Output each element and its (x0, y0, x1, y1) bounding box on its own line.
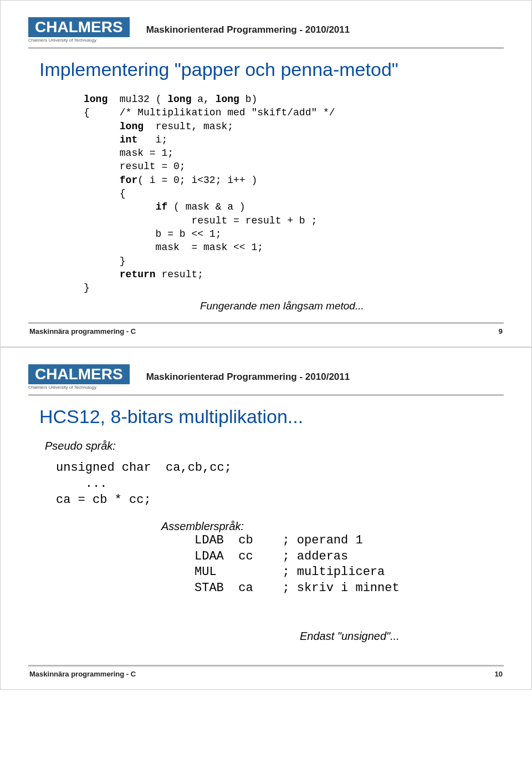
code-text: ( mask & a ) (167, 201, 245, 212)
code-line: ... (56, 477, 107, 491)
kw-int: int (120, 134, 137, 145)
course-title: Maskinorienterad Programmering - 2010/20… (146, 372, 350, 383)
page-number: 9 (499, 327, 503, 335)
code-text (84, 201, 156, 212)
asm-label: Assemblerspråk: (161, 520, 504, 533)
code-line: mask = 1; (84, 147, 173, 159)
code-line: MUL ; multiplicera (195, 565, 385, 579)
slide-1-inner: CHALMERS Chalmers University of Technolo… (1, 1, 531, 347)
code-line: { (84, 188, 126, 199)
code-line: ca = cb * cc; (56, 493, 151, 507)
code-line: LDAA cc ; adderas (195, 550, 348, 563)
kw-long: long (167, 94, 191, 105)
code-line: result = result + b ; (84, 215, 317, 226)
header-row: CHALMERS Chalmers University of Technolo… (28, 17, 504, 43)
header-row: CHALMERS Chalmers University of Technolo… (28, 364, 504, 390)
code-block: long mul32 ( long a, long b) { /* Multip… (84, 93, 504, 294)
code-text (84, 134, 120, 145)
page-number: 10 (495, 670, 503, 678)
footer-divider (28, 322, 504, 324)
course-title: Maskinorienterad Programmering - 2010/20… (146, 24, 350, 35)
code-line: mask = mask << 1; (84, 242, 263, 253)
header-divider (28, 47, 504, 49)
code-text: i; (137, 134, 167, 145)
kw-for: for (120, 175, 137, 186)
pseudo-label: Pseudo språk: (45, 440, 504, 452)
footer-left: Maskinnära programmering - C (29, 670, 136, 678)
code-line: b = b << 1; (84, 228, 221, 240)
code-line: unsigned char ca,cb,cc; (56, 461, 232, 475)
code-text (84, 269, 120, 280)
slide-1: CHALMERS Chalmers University of Technolo… (0, 0, 532, 347)
code-text: b) (239, 94, 257, 105)
pseudo-code: unsigned char ca,cb,cc; ... ca = cb * cc… (56, 460, 504, 508)
slide-title: HCS12, 8-bitars multiplikation... (39, 406, 504, 428)
chalmers-logo: CHALMERS (28, 17, 130, 37)
code-line: } (84, 282, 90, 293)
slide-note: Fungerande men långsam metod... (200, 300, 504, 312)
slide-2: CHALMERS Chalmers University of Technolo… (0, 347, 532, 689)
code-text: result, mask; (144, 121, 233, 132)
code-line: result = 0; (84, 161, 186, 172)
code-text: result; (156, 269, 203, 280)
kw-long: long (84, 94, 108, 105)
kw-long: long (216, 94, 239, 105)
footer-left: Maskinnära programmering - C (29, 327, 136, 335)
logo-subtitle: Chalmers University of Technology (28, 385, 130, 390)
code-line: STAB ca ; skriv i minnet (195, 581, 400, 595)
slide-title: Implementering "papper och penna-metod" (39, 59, 504, 80)
footer-divider (28, 665, 504, 667)
code-text: mul32 ( (108, 94, 167, 105)
header-divider (28, 394, 504, 396)
chalmers-logo: CHALMERS (28, 364, 130, 384)
logo-block: CHALMERS Chalmers University of Technolo… (28, 17, 130, 43)
code-text: ( i = 0; i<32; i++ ) (137, 175, 257, 186)
code-line: { /* Multiplikation med "skift/add" */ (84, 107, 335, 118)
logo-subtitle: Chalmers University of Technology (28, 38, 130, 43)
kw-return: return (120, 269, 156, 280)
code-text (84, 175, 120, 186)
footer-row: Maskinnära programmering - C 10 (28, 670, 504, 678)
kw-long: long (120, 121, 144, 132)
asm-code: LDAB cb ; operand 1 LDAA cc ; adderas MU… (195, 533, 504, 596)
end-note: Endast "unsigned"... (300, 630, 504, 643)
code-line: LDAB cb ; operand 1 (195, 533, 363, 547)
kw-if: if (156, 201, 168, 212)
code-text: a, (191, 94, 215, 105)
footer-row: Maskinnära programmering - C 9 (28, 327, 504, 335)
code-line: } (84, 256, 126, 267)
logo-block: CHALMERS Chalmers University of Technolo… (28, 364, 130, 390)
slide-2-inner: CHALMERS Chalmers University of Technolo… (1, 348, 531, 689)
code-text (84, 121, 120, 132)
